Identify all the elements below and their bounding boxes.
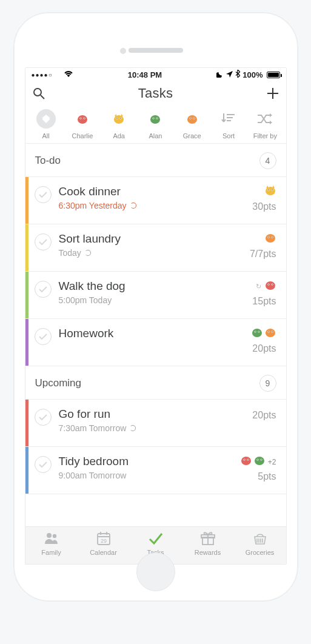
- color-stripe: [25, 400, 28, 446]
- filter-chip-sort[interactable]: Sort: [212, 109, 246, 139]
- complete-checkbox[interactable]: [35, 281, 52, 298]
- task-subtitle: Today: [59, 248, 250, 258]
- task-name: Go for run: [59, 408, 253, 421]
- filter-chip-grace[interactable]: Grace: [175, 109, 209, 139]
- filter-chip-filter[interactable]: Filter by: [248, 109, 283, 139]
- filter-label: Filter by: [253, 132, 277, 139]
- moon-icon: [216, 70, 224, 79]
- svg-point-14: [150, 115, 160, 124]
- recurring-icon: ↻: [256, 283, 261, 290]
- complete-checkbox[interactable]: [35, 233, 52, 250]
- assignees-extra: +2: [268, 458, 276, 466]
- section-header-todo[interactable]: To-do 4: [25, 144, 286, 177]
- complete-checkbox[interactable]: [35, 328, 52, 345]
- complete-checkbox[interactable]: [35, 186, 52, 203]
- tab-label: Rewards: [195, 549, 221, 556]
- color-stripe: [25, 177, 28, 224]
- filter-label: All: [42, 132, 50, 139]
- svg-point-40: [268, 284, 269, 285]
- task-points: 7/7pts: [250, 249, 276, 260]
- svg-point-56: [247, 459, 249, 460]
- complete-checkbox[interactable]: [35, 456, 52, 473]
- complete-checkbox[interactable]: [35, 409, 52, 426]
- filter-chip-alan[interactable]: Alan: [138, 109, 173, 139]
- svg-point-45: [255, 331, 256, 332]
- charlie-avatar-icon: [73, 109, 92, 129]
- filter-label: Sort: [222, 132, 235, 139]
- sort-icon: [219, 109, 238, 129]
- task-name: Walk the dog: [59, 280, 253, 293]
- task-row[interactable]: Tidy bedroom 9:00am Tomorrow +2 5pts: [25, 447, 286, 494]
- page-title: Tasks: [45, 86, 267, 101]
- todo-count-badge: 4: [259, 152, 276, 169]
- svg-point-63: [52, 534, 56, 538]
- alan-avatar-icon: [145, 109, 165, 129]
- task-subtitle: 9:00am Tomorrow: [59, 471, 240, 480]
- section-header-upcoming[interactable]: Upcoming 9: [25, 366, 286, 400]
- camera-dot: [120, 48, 126, 54]
- svg-point-36: [272, 236, 273, 238]
- svg-line-1: [41, 95, 44, 99]
- svg-point-9: [114, 115, 124, 124]
- charlie-assignee-icon: [240, 455, 252, 469]
- groceries-icon: [252, 531, 268, 548]
- color-stripe: [25, 319, 28, 366]
- filter-label: Alan: [149, 132, 162, 139]
- task-assignees: [264, 185, 276, 199]
- filter-row: All Charlie Ada Alan Gra: [25, 106, 286, 144]
- task-name: Tidy bedroom: [59, 455, 240, 468]
- task-points: 20pts: [252, 410, 276, 421]
- tab-rewards[interactable]: Rewards: [184, 531, 232, 564]
- screen: ●●●●○ 10:48 PM 100%: [25, 67, 287, 565]
- section-title: To-do: [35, 155, 61, 167]
- task-name: Cook dinner: [59, 185, 253, 198]
- filter-label: Charlie: [72, 132, 93, 139]
- grace-avatar-icon: [182, 109, 202, 129]
- filter-chip-charlie[interactable]: Charlie: [65, 109, 99, 139]
- alan-assignee-icon: [253, 455, 266, 469]
- home-button[interactable]: [136, 552, 175, 591]
- battery-icon: [267, 72, 280, 78]
- tab-groceries[interactable]: Groceries: [236, 531, 284, 564]
- filter-chip-all[interactable]: All: [28, 109, 63, 139]
- filter-label: Grace: [183, 132, 201, 139]
- svg-point-7: [80, 118, 81, 119]
- add-task-button[interactable]: [267, 87, 279, 99]
- recurring-icon: [130, 425, 136, 431]
- search-icon[interactable]: [33, 87, 45, 99]
- filter-label: Ada: [113, 132, 125, 139]
- grace-assignee-icon: [264, 232, 276, 246]
- tab-label: Groceries: [246, 549, 275, 556]
- task-row[interactable]: Sort laundry Today 7/7pts: [25, 224, 286, 272]
- svg-point-50: [268, 331, 269, 332]
- task-row[interactable]: Walk the dog 5:00pm Today ↻ 15pts: [25, 272, 286, 319]
- task-subtitle: 6:30pm Yesterday: [59, 201, 253, 210]
- color-stripe: [25, 224, 28, 271]
- recurring-icon: [130, 203, 136, 209]
- svg-point-30: [268, 189, 269, 190]
- svg-point-42: [252, 329, 262, 337]
- tab-family[interactable]: Family: [27, 531, 76, 564]
- shuffle-icon: [255, 109, 275, 129]
- filter-chip-ada[interactable]: Ada: [102, 109, 136, 139]
- svg-point-12: [116, 118, 118, 119]
- tab-calendar[interactable]: 29 Calendar: [79, 531, 128, 564]
- task-assignees: +2: [240, 455, 276, 469]
- task-row[interactable]: Go for run 7:30am Tomorrow 20pts: [25, 400, 286, 447]
- upcoming-list: Go for run 7:30am Tomorrow 20pts Tidy be…: [25, 400, 286, 494]
- battery-percent: 100%: [242, 70, 263, 79]
- ada-assignee-icon: [264, 185, 276, 199]
- svg-point-51: [272, 331, 273, 332]
- task-row[interactable]: Homework 20pts: [25, 319, 286, 366]
- svg-point-32: [266, 234, 275, 243]
- task-points: 30pts: [252, 201, 276, 212]
- task-name: Sort laundry: [59, 232, 250, 246]
- task-row[interactable]: Cook dinner 6:30pm Yesterday 30pts: [25, 177, 286, 224]
- svg-point-52: [241, 457, 251, 465]
- grace-assignee-icon: [264, 327, 276, 341]
- color-stripe: [25, 272, 28, 318]
- task-subtitle: 5:00pm Today: [59, 295, 253, 305]
- ada-avatar-icon: [109, 109, 129, 129]
- task-assignees: [251, 327, 276, 341]
- alan-assignee-icon: [251, 327, 263, 341]
